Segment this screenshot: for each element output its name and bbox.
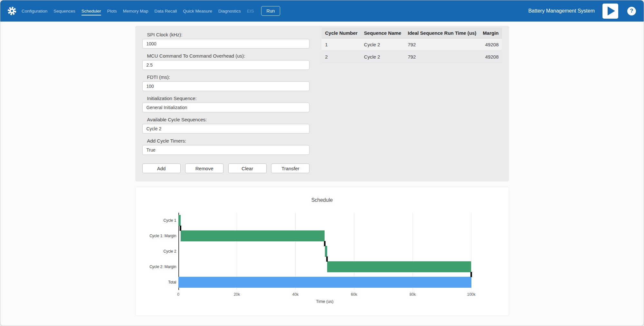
table-header-row: Cycle Number Sequence Name Ideal Sequenc… [322, 28, 502, 39]
nav-items: Configuration Sequences Scheduler Plots … [22, 7, 254, 15]
field-spi-clock: SPI Clock (kHz): [142, 32, 310, 49]
available-cycle-sequences-label: Available Cycle Sequences: [147, 117, 310, 122]
field-fdti: FDTI (ms): [142, 74, 310, 91]
cell-cycle-number: 2 [322, 51, 361, 63]
app-title: Battery Management System [528, 8, 595, 14]
schedule-chart: Cycle 1Cycle 1: MarginCycle 2Cycle 2: Ma… [136, 213, 509, 290]
navbar-right: Battery Management System ? [528, 4, 636, 19]
gear-icon[interactable] [7, 6, 17, 16]
x-axis-title: Time (us) [178, 299, 471, 304]
transfer-button[interactable]: Transfer [271, 163, 309, 173]
field-available-cycle-sequences: Available Cycle Sequences: [142, 117, 310, 134]
transition-marker [324, 241, 326, 246]
available-cycle-sequences-input[interactable] [142, 124, 310, 134]
nav-item-scheduler[interactable]: Scheduler [81, 7, 101, 15]
col-header-margin[interactable]: Margin [479, 28, 502, 39]
help-icon[interactable]: ? [627, 7, 636, 15]
mcu-overhead-label: MCU Command To Command Overhead (us): [147, 53, 310, 59]
initialization-sequence-input[interactable] [142, 103, 310, 112]
app-window: Configuration Sequences Scheduler Plots … [0, 0, 644, 326]
y-axis-label: Cycle 1: Margin [136, 228, 176, 244]
nav-item-data-recall[interactable]: Data Recall [154, 7, 177, 15]
chart-bar-total [178, 277, 471, 288]
transition-marker [470, 272, 472, 277]
transition-marker [180, 226, 181, 231]
nav-item-diagnostics[interactable]: Diagnostics [218, 7, 241, 15]
transition-marker [326, 256, 328, 262]
plot-area: 020k40k60k80k100k [178, 213, 471, 290]
table-row: 2 Cycle 2 792 49208 [322, 51, 502, 63]
cell-sequence-name: Cycle 2 [361, 39, 404, 51]
cell-sequence-name: Cycle 2 [361, 51, 404, 63]
top-navbar: Configuration Sequences Scheduler Plots … [0, 0, 644, 22]
nav-item-plots[interactable]: Plots [107, 7, 117, 15]
col-header-sequence-name[interactable]: Sequence Name [361, 28, 404, 39]
cycles-table-container: Cycle Number Sequence Name Ideal Sequenc… [322, 28, 502, 173]
gear-icon-svg [7, 6, 17, 16]
field-add-cycle-timers: Add Cycle Timers: [142, 138, 310, 155]
table-row: 1 Cycle 2 792 49208 [322, 39, 502, 51]
nav-item-quick-measure[interactable]: Quick Measure [183, 7, 212, 15]
add-cycle-timers-label: Add Cycle Timers: [147, 138, 310, 144]
initialization-sequence-label: Initialization Sequence: [147, 96, 310, 101]
spi-clock-label: SPI Clock (kHz): [147, 32, 310, 37]
nav-item-eis: EIS [247, 7, 254, 15]
y-axis-label: Total [136, 275, 176, 290]
schedule-chart-card: Schedule Cycle 1Cycle 1: MarginCycle 2Cy… [135, 187, 509, 316]
y-axis-labels: Cycle 1Cycle 1: MarginCycle 2Cycle 2: Ma… [136, 213, 178, 290]
col-header-ideal-run-time[interactable]: Ideal Sequence Run Time (us) [404, 28, 479, 39]
cell-ideal-run-time: 792 [404, 51, 479, 63]
x-tick-label: 60k [351, 292, 357, 297]
x-tick-label: 0 [177, 292, 179, 297]
play-icon [608, 6, 615, 15]
x-tick-label: 80k [410, 292, 416, 297]
spi-clock-input[interactable] [142, 39, 310, 49]
clear-button[interactable]: Clear [228, 163, 267, 173]
play-button[interactable] [602, 4, 618, 19]
run-button[interactable]: Run [261, 6, 280, 16]
y-axis-label: Cycle 1 [136, 213, 176, 228]
chart-bar-cycle-2-margin [327, 261, 471, 272]
field-mcu-overhead: MCU Command To Command Overhead (us): [142, 53, 310, 70]
col-header-cycle-number[interactable]: Cycle Number [322, 28, 361, 39]
cell-margin: 49208 [479, 51, 502, 63]
chart-bar-cycle-1 [178, 215, 181, 226]
chart-bar-cycle-1-margin [181, 230, 325, 241]
cell-ideal-run-time: 792 [404, 39, 479, 51]
y-axis-label: Cycle 2: Margin [136, 259, 176, 275]
cell-margin: 49208 [479, 39, 502, 51]
x-tick-label: 100k [467, 292, 475, 297]
fdti-label: FDTI (ms): [147, 74, 310, 80]
x-tick-label: 40k [292, 292, 298, 297]
scheduler-config-card: SPI Clock (kHz): MCU Command To Command … [135, 26, 509, 182]
cycles-table: Cycle Number Sequence Name Ideal Sequenc… [322, 28, 502, 63]
form-buttons: Add Remove Clear Transfer [142, 163, 310, 173]
scheduler-form: SPI Clock (kHz): MCU Command To Command … [142, 28, 310, 173]
mcu-overhead-input[interactable] [142, 60, 310, 70]
cell-cycle-number: 1 [322, 39, 361, 51]
x-tick-label: 20k [234, 292, 240, 297]
nav-item-sequences[interactable]: Sequences [53, 7, 75, 15]
add-button[interactable]: Add [142, 163, 181, 173]
chart-bar-cycle-2 [325, 246, 327, 257]
main-content: SPI Clock (kHz): MCU Command To Command … [0, 22, 644, 316]
chart-title: Schedule [136, 197, 509, 203]
field-initialization-sequence: Initialization Sequence: [142, 96, 310, 112]
fdti-input[interactable] [142, 81, 310, 91]
nav-item-configuration[interactable]: Configuration [22, 7, 47, 15]
nav-item-memory-map[interactable]: Memory Map [123, 7, 148, 15]
y-axis-label: Cycle 2 [136, 244, 176, 259]
remove-button[interactable]: Remove [185, 163, 223, 173]
add-cycle-timers-input[interactable] [142, 145, 310, 155]
